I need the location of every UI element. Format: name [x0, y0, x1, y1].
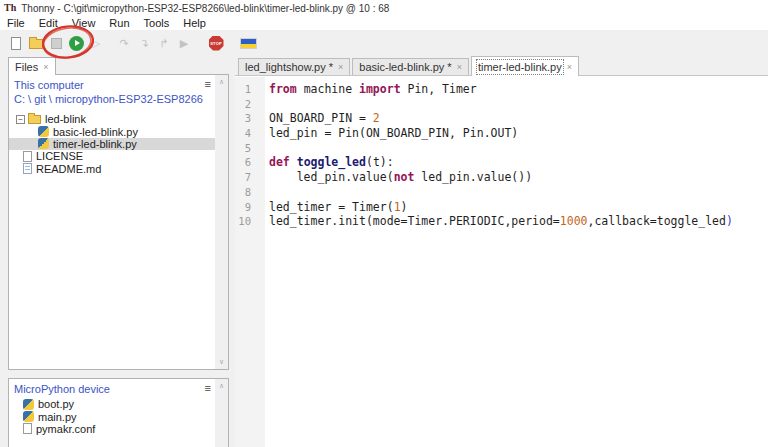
panel-menu-icon[interactable]: ≡ [205, 382, 211, 394]
menu-item-tools[interactable]: Tools [137, 16, 177, 30]
code-text: led_pin = Pin(ON_BOARD_PIN, Pin.OUT) [257, 126, 518, 141]
line-number: 2 [235, 97, 257, 112]
code-text [257, 141, 269, 156]
code-editor[interactable]: 1from machine import Pin, Timer23ON_BOAR… [235, 77, 768, 447]
panel-menu-icon[interactable]: ≡ [205, 78, 211, 90]
code-line-6: 6def toggle_led(t): [235, 155, 768, 170]
python-icon [23, 411, 34, 422]
code-line-4: 4led_pin = Pin(ON_BOARD_PIN, Pin.OUT) [235, 126, 768, 141]
floppy-icon [51, 38, 62, 49]
this-computer-path[interactable]: C: \ git \ micropython-ESP32-ESP8266 [9, 91, 228, 105]
close-icon[interactable]: × [567, 62, 572, 72]
files-scrollbar[interactable]: ∧ ∨ [215, 75, 228, 369]
code-text [257, 97, 269, 112]
line-number: 3 [235, 111, 257, 126]
code-text: led_timer = Timer(1) [257, 200, 408, 215]
menu-item-file[interactable]: File [0, 16, 32, 30]
code-text: led_pin.value(not led_pin.value()) [257, 170, 532, 185]
device-scrollbar[interactable]: ∧ [215, 379, 228, 447]
editor-tab-basic-led-blink.py[interactable]: basic-led-blink.py *× [352, 58, 469, 75]
open-file-button[interactable] [26, 33, 46, 53]
menu-item-run[interactable]: Run [102, 16, 136, 30]
code-text [257, 185, 269, 200]
line-number: 4 [235, 126, 257, 141]
file-item-basic-led-blink.py[interactable]: basic-led-blink.py [9, 125, 216, 137]
debug-button: ▷ [86, 33, 106, 53]
new-file-icon [11, 37, 21, 50]
python-icon [23, 399, 34, 410]
window-title: Thonny - C:\git\micropython-ESP32-ESP826… [21, 3, 389, 14]
this-computer-header: This computer [9, 75, 228, 91]
menu-bar: FileEditViewRunToolsHelp [0, 16, 768, 30]
python-icon [38, 138, 49, 149]
editor-area: led_lightshow.py *×basic-led-blink.py *×… [235, 56, 768, 447]
line-number: 1 [235, 82, 257, 97]
thonny-app-icon: Th [4, 3, 16, 13]
open-folder-icon [29, 39, 43, 49]
folder-icon [28, 115, 41, 124]
menu-item-help[interactable]: Help [176, 16, 213, 30]
menu-item-view[interactable]: View [65, 16, 103, 30]
code-text: led_timer.init(mode=Timer.PERIODIC,perio… [257, 214, 733, 229]
editor-tab-led_lightshow.py[interactable]: led_lightshow.py *× [238, 58, 350, 75]
step-over-icon: ↷ [119, 38, 128, 49]
close-icon[interactable]: × [43, 62, 48, 72]
step-out-button: ↱ [154, 33, 174, 53]
file-item-led-blink[interactable]: −led-blink [9, 113, 216, 125]
file-item-LICENSE[interactable]: LICENSE [9, 150, 216, 162]
file-label: boot.py [38, 398, 74, 410]
python-icon [38, 126, 49, 137]
line-number: 10 [235, 214, 257, 229]
file-item-timer-led-blink.py[interactable]: timer-led-blink.py [9, 138, 216, 150]
code-line-10: 10led_timer.init(mode=Timer.PERIODIC,per… [235, 214, 768, 229]
close-icon[interactable]: × [338, 62, 343, 72]
close-icon[interactable]: × [457, 62, 462, 72]
scroll-up-icon[interactable]: ∧ [219, 75, 224, 89]
step-over-button: ↷ [114, 33, 134, 53]
file-item-boot.py[interactable]: boot.py [9, 398, 216, 410]
code-line-3: 3ON_BOARD_PIN = 2 [235, 111, 768, 126]
scroll-up-icon[interactable]: ∧ [219, 379, 224, 393]
code-text: def toggle_led(t): [257, 155, 394, 170]
file-label: README.md [36, 163, 101, 175]
file-label: LICENSE [36, 150, 83, 162]
code-line-8: 8 [235, 185, 768, 200]
file-label: pymakr.conf [36, 423, 95, 435]
page-icon [23, 151, 32, 162]
device-panel-header: MicroPython device [9, 379, 228, 395]
menu-item-edit[interactable]: Edit [32, 16, 65, 30]
line-number: 7 [235, 170, 257, 185]
editor-tab-timer-led-blink.py[interactable]: timer-led-blink.py× [471, 56, 579, 76]
collapse-icon[interactable]: − [16, 115, 25, 124]
line-number: 5 [235, 141, 257, 156]
page-icon [23, 423, 32, 434]
file-label: main.py [38, 411, 77, 423]
tab-label: led_lightshow.py * [245, 61, 333, 73]
debug-icon: ▷ [92, 38, 100, 49]
new-file-button[interactable] [6, 33, 26, 53]
code-text: ON_BOARD_PIN = 2 [257, 111, 380, 126]
tab-label: timer-led-blink.py [478, 61, 562, 73]
save-button [46, 33, 66, 53]
resume-button: ▶ [174, 33, 194, 53]
file-label: led-blink [45, 113, 86, 125]
code-lines: 1from machine import Pin, Timer23ON_BOAR… [235, 82, 768, 229]
run-button[interactable] [66, 33, 86, 53]
ukraine-flag-button[interactable] [238, 33, 258, 53]
file-item-main.py[interactable]: main.py [9, 410, 216, 422]
code-line-5: 5 [235, 141, 768, 156]
stop-button[interactable]: STOP [206, 33, 226, 53]
scroll-down-icon[interactable]: ∨ [219, 355, 224, 369]
this-computer-panel: This computer C: \ git \ micropython-ESP… [8, 74, 229, 370]
device-file-tree: boot.pymain.pypymakr.conf [9, 398, 228, 435]
code-line-7: 7 led_pin.value(not led_pin.value()) [235, 170, 768, 185]
file-item-pymakr.conf[interactable]: pymakr.conf [9, 423, 216, 435]
file-item-README.md[interactable]: README.md [9, 163, 216, 175]
code-line-9: 9led_timer = Timer(1) [235, 200, 768, 215]
step-into-button: ↴ [134, 33, 154, 53]
tab-label: basic-led-blink.py * [359, 61, 451, 73]
micropython-device-panel: MicroPython device boot.pymain.pypymakr.… [8, 378, 229, 447]
toolbar: ▷↷↴↱▶STOP [0, 30, 768, 56]
stop-sign-icon: STOP [209, 36, 224, 51]
files-view-tab[interactable]: Files × [8, 57, 56, 75]
